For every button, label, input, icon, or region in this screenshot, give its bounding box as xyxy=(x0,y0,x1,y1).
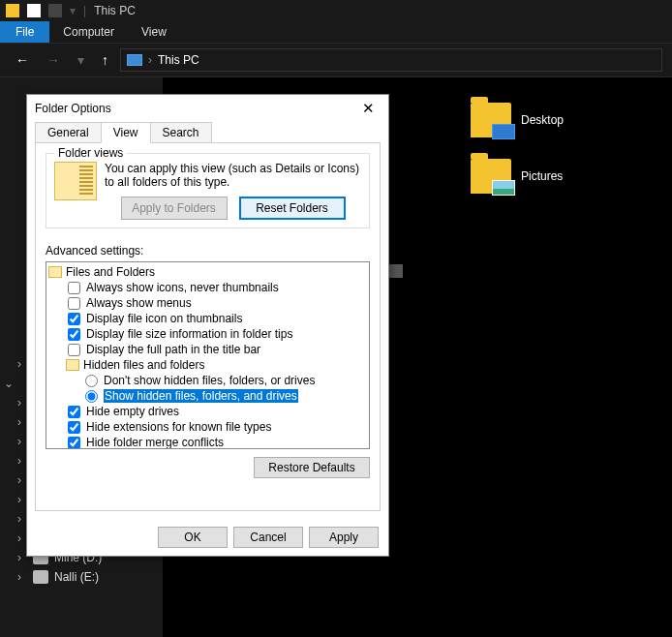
pc-icon xyxy=(127,54,142,66)
option-show-hidden[interactable]: Show hidden files, folders, and drives xyxy=(48,388,367,404)
tab-view[interactable]: View xyxy=(128,21,180,43)
option-hide-empty-drives[interactable]: Hide empty drives xyxy=(48,404,367,419)
window-title: This PC xyxy=(94,4,136,17)
forward-button[interactable]: → xyxy=(41,50,66,70)
dialog-page-view: Folder views You can apply this view (su… xyxy=(35,142,381,511)
folder-views-group: Folder views You can apply this view (su… xyxy=(46,153,370,228)
up-button[interactable]: ↑ xyxy=(96,50,114,70)
ok-button[interactable]: OK xyxy=(158,527,228,548)
dialog-tabs: General View Search xyxy=(27,122,388,143)
checkbox[interactable] xyxy=(68,437,80,449)
folder-icon xyxy=(66,359,79,371)
group-legend: Folder views xyxy=(54,146,127,160)
restore-defaults-button[interactable]: Restore Defaults xyxy=(254,457,370,478)
dialog-title: Folder Options xyxy=(35,102,111,115)
recent-dropdown-icon[interactable]: ▾ xyxy=(72,50,90,70)
advanced-settings-label: Advanced settings: xyxy=(46,244,370,258)
option-display-icon-thumbnails[interactable]: Display file icon on thumbnails xyxy=(48,311,367,326)
close-button[interactable]: ✕ xyxy=(356,100,381,117)
option-hide-extensions[interactable]: Hide extensions for known file types xyxy=(48,419,367,435)
option-display-size-tips[interactable]: Display file size information in folder … xyxy=(48,326,367,342)
sidebar-item-label: Nalli (E:) xyxy=(54,570,99,584)
tree-group-files-folders: Files and Folders xyxy=(48,264,367,280)
dialog-titlebar: Folder Options ✕ xyxy=(27,95,388,122)
folder-icon xyxy=(471,159,511,194)
ribbon-tabs: File Computer View xyxy=(0,21,672,43)
checkbox[interactable] xyxy=(68,297,80,310)
folder-icon xyxy=(471,103,511,137)
checkbox[interactable] xyxy=(68,328,80,341)
checkbox[interactable] xyxy=(68,421,80,434)
folder-options-dialog: Folder Options ✕ General View Search Fol… xyxy=(26,94,389,557)
chevron-down-icon[interactable]: ▾ xyxy=(70,4,76,17)
checkbox[interactable] xyxy=(68,282,80,294)
folder-pictures[interactable]: Pictures xyxy=(451,153,664,199)
checkbox[interactable] xyxy=(68,406,80,418)
save-icon xyxy=(48,4,62,17)
navigation-bar: ← → ▾ ↑ › This PC xyxy=(0,43,672,77)
option-hide-merge-conflicts[interactable]: Hide folder merge conflicts xyxy=(48,435,367,449)
option-display-full-path[interactable]: Display the full path in the title bar xyxy=(48,342,367,357)
page-icon xyxy=(27,4,41,17)
radio[interactable] xyxy=(85,375,98,387)
cancel-button[interactable]: Cancel xyxy=(233,527,303,548)
folder-icon xyxy=(6,4,19,17)
folder-label: Desktop xyxy=(521,113,564,127)
checkbox[interactable] xyxy=(68,344,80,356)
tab-computer[interactable]: Computer xyxy=(49,21,128,43)
drive-icon xyxy=(33,570,48,584)
apply-button[interactable]: Apply xyxy=(309,527,379,548)
folder-views-text: You can apply this view (such as Details… xyxy=(105,162,361,189)
tab-view[interactable]: View xyxy=(101,122,151,143)
back-button[interactable]: ← xyxy=(10,50,35,70)
folder-views-icon xyxy=(54,162,97,200)
tab-file[interactable]: File xyxy=(0,21,49,43)
address-bar[interactable]: › This PC xyxy=(120,48,662,72)
reset-folders-button[interactable]: Reset Folders xyxy=(239,197,346,220)
tab-general[interactable]: General xyxy=(35,122,102,143)
window-titlebar: ▾ | This PC xyxy=(0,0,672,21)
option-always-menus[interactable]: Always show menus xyxy=(48,295,367,311)
radio[interactable] xyxy=(85,390,98,403)
address-text: This PC xyxy=(158,53,199,67)
tree-group-hidden: Hidden files and folders xyxy=(48,357,367,373)
apply-to-folders-button[interactable]: Apply to Folders xyxy=(121,197,228,220)
folder-icon xyxy=(48,266,62,278)
folder-label: Pictures xyxy=(521,169,563,183)
option-always-icons[interactable]: Always show icons, never thumbnails xyxy=(48,280,367,295)
dialog-buttons: OK Cancel Apply xyxy=(27,519,388,556)
advanced-settings-tree[interactable]: Files and Folders Always show icons, nev… xyxy=(46,261,370,449)
tab-search[interactable]: Search xyxy=(150,122,212,143)
folder-desktop[interactable]: Desktop xyxy=(451,97,664,143)
checkbox[interactable] xyxy=(68,313,80,325)
sidebar-item-drive-e[interactable]: ›Nalli (E:) xyxy=(0,567,163,587)
option-dont-show-hidden[interactable]: Don't show hidden files, folders, or dri… xyxy=(48,373,367,388)
